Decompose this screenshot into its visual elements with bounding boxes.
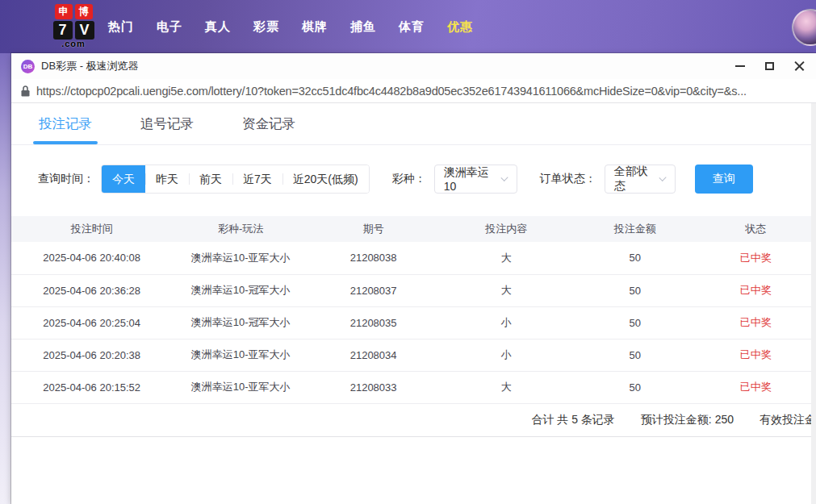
app-icon: DB [21, 60, 35, 73]
table-row: 2025-04-06 20:25:04 澳洲幸运10-冠军大小 21208035… [11, 306, 816, 339]
nav-item[interactable]: 真人 [194, 19, 242, 35]
cell-lottery-play: 澳洲幸运10-亚军大小 [172, 371, 308, 403]
cell-lottery-play: 澳洲幸运10-冠军大小 [172, 274, 308, 306]
url-text[interactable]: https://ctopcp02pcali.uengi5e.com/lotter… [36, 85, 811, 98]
tab-bet-records[interactable]: 投注记录 [32, 103, 98, 144]
cell-bet-amount: 50 [575, 339, 696, 371]
nav-item[interactable]: 电子 [145, 19, 194, 35]
maximize-icon [765, 62, 774, 70]
summary-valid-amount: 有效投注金额 [760, 413, 816, 427]
header-status: 状态 [695, 216, 816, 242]
cell-status: 已中奖 [695, 371, 816, 403]
summary-bar: 合计 共 5 条记录 预计投注金额: 250 有效投注金额 [11, 404, 816, 436]
cell-bet-content: 大 [437, 371, 574, 403]
cell-issue-number: 21208035 [309, 306, 438, 339]
cell-bet-amount: 50 [575, 274, 696, 306]
time-filter-label: 查询时间： [38, 172, 94, 186]
search-button[interactable]: 查询 [695, 165, 753, 194]
cell-bet-time: 2025-04-06 20:36:28 [11, 274, 172, 306]
minimize-button[interactable] [725, 53, 755, 79]
cell-bet-content: 大 [437, 274, 574, 306]
cell-bet-time: 2025-04-06 20:15:52 [11, 371, 172, 403]
active-tab-underline [33, 141, 98, 144]
time-range-option[interactable]: 今天 [102, 165, 145, 193]
cell-bet-time: 2025-04-06 20:20:38 [11, 339, 172, 371]
time-range-option[interactable]: 近20天(低频) [282, 165, 369, 193]
tab-chase-records-label: 追号记录 [140, 115, 194, 133]
window-title: DB彩票 - 极速浏览器 [41, 59, 139, 73]
table-header-row: 投注时间 彩种-玩法 期号 投注内容 投注金额 状态 [11, 216, 816, 242]
time-range-option[interactable]: 昨天 [145, 165, 189, 193]
summary-total-records: 合计 共 5 条记录 [531, 413, 614, 427]
order-status-select[interactable]: 全部状态 [605, 165, 676, 194]
lottery-select-value: 澳洲幸运10 [444, 165, 496, 193]
window-titlebar[interactable]: DB DB彩票 - 极速浏览器 [11, 53, 816, 79]
tab-fund-records-label: 资金记录 [242, 115, 295, 133]
cell-bet-content: 小 [437, 339, 574, 371]
chevron-down-icon [501, 173, 508, 181]
cell-bet-time: 2025-04-06 20:25:04 [11, 306, 172, 339]
user-avatar[interactable] [792, 9, 816, 46]
lottery-filter-label: 彩种： [392, 172, 426, 186]
window-controls [725, 53, 814, 79]
nav-item[interactable]: 棋牌 [291, 19, 339, 35]
header-bet-time: 投注时间 [11, 216, 172, 242]
close-icon [794, 61, 805, 72]
close-button[interactable] [785, 53, 814, 79]
table-row: 2025-04-06 20:15:52 澳洲幸运10-亚军大小 21208033… [11, 371, 816, 403]
nav-item[interactable]: 优惠 [436, 19, 484, 35]
cell-issue-number: 21208037 [309, 274, 438, 306]
cell-lottery-play: 澳洲幸运10-亚军大小 [172, 242, 308, 274]
cell-issue-number: 21208033 [309, 371, 438, 403]
time-range-group: 今天 昨天 前天 近7天 近20天(低频) [101, 165, 370, 194]
header-bet-content: 投注内容 [437, 216, 574, 242]
site-logo[interactable]: 申 博 7 V .com [52, 4, 95, 48]
table-row: 2025-04-06 20:36:28 澳洲幸运10-冠军大小 21208037… [11, 274, 816, 306]
logo-tile-v: V [75, 21, 94, 40]
header-issue-number: 期号 [309, 216, 438, 242]
logo-tile-bo: 博 [75, 4, 93, 19]
filter-bar: 查询时间： 今天 昨天 前天 近7天 近20天(低频) 彩种： 澳洲幸运10 [11, 165, 816, 194]
nav-item[interactable]: 热门 [97, 19, 145, 35]
lottery-select[interactable]: 澳洲幸运10 [434, 165, 517, 194]
table-row: 2025-04-06 20:20:38 澳洲幸运10-亚军大小 21208034… [11, 339, 816, 371]
maximize-button[interactable] [755, 53, 785, 79]
bet-table-body: 2025-04-06 20:40:08 澳洲幸运10-亚军大小 21208038… [11, 242, 816, 403]
tab-bet-records-label: 投注记录 [39, 115, 92, 133]
tab-fund-records[interactable]: 资金记录 [236, 103, 302, 144]
cell-bet-content: 小 [437, 306, 574, 339]
record-tabs: 投注记录 追号记录 资金记录 [11, 103, 816, 145]
page-background-strip [0, 53, 11, 504]
browser-window: DB DB彩票 - 极速浏览器 https://ctopcp02pcali.ue… [11, 53, 816, 504]
table-row: 2025-04-06 20:40:08 澳洲幸运10-亚军大小 21208038… [11, 242, 816, 274]
cell-lottery-play: 澳洲幸运10-冠军大小 [172, 306, 308, 339]
time-range-option[interactable]: 近7天 [232, 165, 282, 193]
nav-item[interactable]: 体育 [387, 19, 436, 35]
summary-divider [11, 436, 816, 437]
cell-bet-content: 大 [437, 242, 574, 274]
summary-expected-amount: 预计投注金额: 250 [641, 413, 734, 427]
logo-tile-7: 7 [53, 21, 73, 40]
header-lottery-play: 彩种-玩法 [172, 216, 308, 242]
cell-issue-number: 21208038 [309, 242, 438, 274]
minimize-icon [735, 65, 745, 67]
order-status-filter-label: 订单状态： [540, 172, 596, 186]
bet-records-table: 投注时间 彩种-玩法 期号 投注内容 投注金额 状态 2025-04-06 20… [11, 216, 816, 404]
cell-status: 已中奖 [695, 306, 816, 339]
time-range-option[interactable]: 前天 [189, 165, 232, 193]
cell-bet-amount: 50 [575, 306, 696, 339]
scrollbar[interactable] [811, 103, 816, 504]
cell-bet-time: 2025-04-06 20:40:08 [11, 242, 172, 274]
screen: 申 博 7 V .com 热门 电子 真人 彩票 棋牌 捕鱼 [0, 0, 816, 504]
lock-icon [21, 85, 30, 97]
cell-issue-number: 21208034 [309, 339, 438, 371]
nav-item[interactable]: 彩票 [242, 19, 291, 35]
tab-chase-records[interactable]: 追号记录 [134, 103, 200, 144]
nav-item[interactable]: 捕鱼 [339, 19, 387, 35]
address-bar[interactable]: https://ctopcp02pcali.uengi5e.com/lotter… [11, 79, 816, 103]
order-status-select-value: 全部状态 [614, 165, 655, 194]
logo-tile-shen: 申 [55, 4, 73, 19]
site-header: 申 博 7 V .com 热门 电子 真人 彩票 棋牌 捕鱼 [0, 0, 816, 53]
cell-lottery-play: 澳洲幸运10-亚军大小 [172, 339, 308, 371]
logo-com-text: .com [52, 40, 95, 48]
